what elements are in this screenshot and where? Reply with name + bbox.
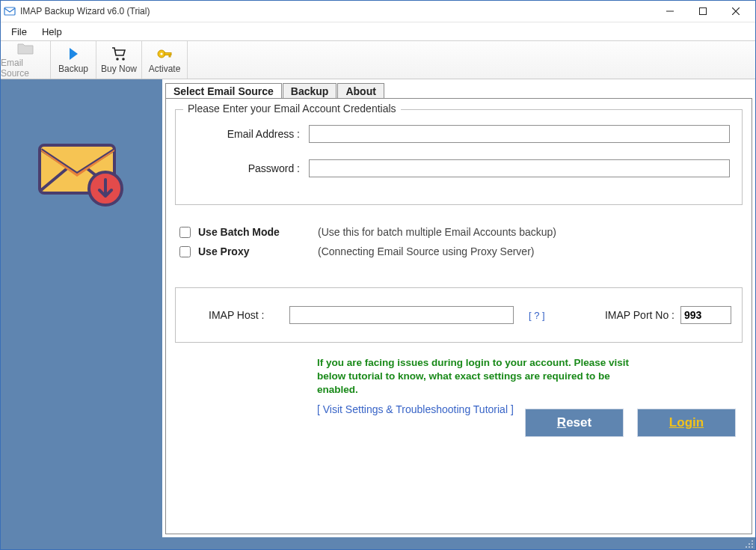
toolbar-email-source-label: Email Source [1, 58, 50, 79]
action-buttons: Reset Login [526, 409, 735, 436]
menu-file[interactable]: File [4, 22, 34, 40]
body: Select Email Source Backup About Please … [1, 79, 755, 537]
svg-point-13 [749, 546, 750, 548]
toolbar-activate-label: Activate [149, 64, 181, 74]
email-label: Email Address : [188, 128, 309, 140]
batch-mode-row: Use Batch Mode (Use this for batch multi… [179, 226, 743, 238]
tab-select-email-source[interactable]: Select Email Source [165, 83, 282, 99]
proxy-checkbox[interactable] [179, 246, 191, 257]
play-icon [67, 46, 79, 62]
svg-point-5 [160, 52, 162, 55]
tab-strip: Select Email Source Backup About [165, 80, 752, 98]
main-panel: Select Email Source Backup About Please … [162, 79, 755, 537]
login-button[interactable]: Login [638, 409, 735, 436]
batch-mode-hint: (Use this for batch multiple Email Accou… [318, 226, 556, 238]
window-title: IMAP Backup Wizard v6.0 (Trial) [20, 6, 150, 16]
imap-port-label: IMAP Port No : [605, 309, 674, 321]
svg-point-2 [116, 58, 119, 61]
title-bar: IMAP Backup Wizard v6.0 (Trial) [1, 1, 755, 22]
svg-point-9 [752, 540, 753, 542]
credentials-fieldset: Please Enter your Email Account Credenti… [175, 109, 743, 205]
resize-grip-icon[interactable] [743, 538, 754, 549]
sidebar [1, 79, 162, 537]
imap-host-input[interactable] [289, 306, 514, 324]
credentials-legend: Please Enter your Email Account Credenti… [183, 103, 401, 114]
tab-about[interactable]: About [337, 83, 384, 99]
folder-icon [16, 41, 34, 56]
password-label: Password : [188, 162, 309, 174]
email-input[interactable] [309, 125, 730, 143]
toolbar: Email Source Backup Buy Now [1, 41, 755, 79]
batch-mode-checkbox[interactable] [179, 227, 191, 238]
svg-point-10 [749, 543, 750, 545]
svg-rect-7 [169, 55, 170, 57]
status-bar [1, 537, 755, 549]
app-icon [4, 5, 16, 17]
toolbar-email-source[interactable]: Email Source [1, 41, 51, 79]
proxy-row: Use Proxy (Connecting Email Source using… [179, 245, 743, 257]
toolbar-activate[interactable]: Activate [142, 41, 188, 79]
maximize-button[interactable] [686, 1, 719, 22]
batch-mode-label: Use Batch Mode [198, 226, 310, 238]
toolbar-buy-now-label: Buy Now [101, 64, 137, 74]
svg-point-12 [746, 546, 747, 548]
reset-button-label: eset [566, 415, 591, 430]
tab-panel: Please Enter your Email Account Credenti… [165, 98, 752, 534]
svg-point-3 [122, 58, 125, 61]
app-window: IMAP Backup Wizard v6.0 (Trial) File Hel… [0, 0, 756, 550]
toolbar-buy-now[interactable]: Buy Now [96, 41, 142, 79]
menu-help[interactable]: Help [34, 22, 70, 40]
menu-bar: File Help [1, 22, 755, 41]
svg-rect-1 [700, 8, 707, 15]
key-icon [156, 46, 173, 62]
tab-backup[interactable]: Backup [283, 83, 337, 99]
close-button[interactable] [719, 1, 752, 22]
password-input[interactable] [309, 159, 730, 177]
envelope-icon [37, 124, 126, 214]
imap-help-link[interactable]: [ ? ] [529, 310, 545, 321]
cart-icon [111, 46, 127, 62]
reset-button[interactable]: Reset [526, 409, 623, 436]
svg-point-14 [752, 546, 753, 548]
proxy-label: Use Proxy [198, 245, 310, 257]
toolbar-backup-label: Backup [58, 64, 88, 74]
minimize-button[interactable] [654, 1, 686, 22]
toolbar-backup[interactable]: Backup [51, 41, 96, 79]
svg-point-11 [752, 543, 753, 545]
reset-button-hotkey: R [557, 415, 566, 430]
login-issues-notice: If you are facing issues during login to… [317, 356, 646, 397]
imap-settings-box: IMAP Host : [ ? ] IMAP Port No : [175, 287, 743, 343]
svg-rect-0 [4, 7, 15, 15]
proxy-hint: (Connecting Email Source using Proxy Ser… [318, 245, 534, 257]
imap-port-input[interactable] [680, 306, 731, 324]
imap-host-label: IMAP Host : [209, 309, 283, 321]
